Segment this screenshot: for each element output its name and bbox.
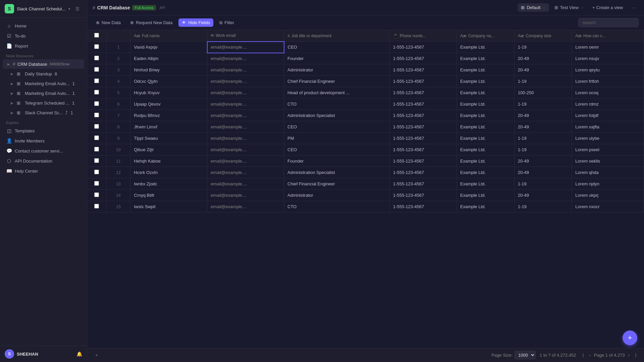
tab-test-view[interactable]: ⊞ Test View ··· — [551, 3, 587, 12]
last-page-button[interactable]: ⟩ — [633, 352, 639, 359]
row-checkbox[interactable] — [94, 181, 99, 186]
telegram-badge: 1 — [72, 101, 74, 106]
header-job-title[interactable]: ≡ Job title or department — [284, 30, 390, 42]
row-job-title: CTO — [284, 99, 390, 110]
row-checkbox[interactable] — [94, 113, 99, 117]
topbar-more-button[interactable]: ··· — [630, 3, 639, 12]
new-data-button[interactable]: ⊕ New Data — [93, 18, 124, 27]
table-row[interactable]: 7 Rxdpu Bfmvz email@example.... Administ… — [87, 110, 644, 121]
row-checkbox[interactable] — [94, 78, 99, 83]
sidebar-item-marketing-email-1[interactable]: ▶ ⊞ Marketing Email Auto... 1 — [3, 79, 84, 88]
row-checkbox[interactable] — [94, 44, 99, 49]
header-company-size[interactable]: Aæ Company size — [514, 30, 572, 42]
request-new-data-button[interactable]: ⊕ Request New Data — [127, 18, 176, 27]
text-icon: Aæ — [518, 34, 524, 38]
table-row[interactable]: 8 Jfrwm Limxf email@example.... CEO 1-55… — [87, 121, 644, 133]
row-checkbox[interactable] — [94, 67, 99, 72]
row-company-size: 1-19 — [514, 144, 572, 156]
row-checkbox[interactable] — [94, 56, 99, 60]
sidebar-item-slack-channel[interactable]: ▶ ⊞ Slack Channel Sc... ⤴ 1 — [3, 108, 84, 117]
row-how-can: Lorem ulybe — [572, 133, 644, 144]
fab-button[interactable]: + — [623, 330, 637, 345]
table-row[interactable]: 1 Vaxid Axpqv email@example.... CEO 1-55… — [87, 42, 644, 53]
table-row[interactable]: 13 Iwnbx Zjodc email@example.... Chief F… — [87, 178, 644, 190]
row-email: email@example.... — [207, 64, 284, 76]
tab-default-more[interactable]: ··· — [542, 6, 545, 10]
sidebar-item-contact-support[interactable]: 💬 Contact customer servi... — [3, 146, 84, 156]
row-company-size: 20-49 — [514, 156, 572, 167]
sidebar-item-marketing-email-2[interactable]: ▶ ⊞ Marketing Email Auto... 1 — [3, 89, 84, 98]
select-all-checkbox[interactable] — [94, 33, 99, 38]
chevron-down-icon[interactable]: ▾ — [68, 7, 70, 11]
row-checkbox[interactable] — [94, 90, 99, 95]
row-checkbox[interactable] — [94, 101, 99, 106]
row-job-title: Administrator — [284, 64, 390, 76]
row-phone: 1-555-123-4567 — [389, 167, 457, 178]
page-size-select[interactable]: 1000 500 250 — [515, 351, 536, 359]
table-row[interactable]: 2 Eaden Albjm email@example.... Founder … — [87, 53, 644, 64]
table-row[interactable]: 10 Qibue Zijlr email@example.... CEO 1-5… — [87, 144, 644, 156]
request-new-data-label: Request New Data — [136, 20, 172, 25]
table-row[interactable]: 6 Upaap Qevov email@example.... CTO 1-55… — [87, 99, 644, 110]
api-icon: ⬡ — [6, 158, 12, 164]
daily-standup-label: Daily Standup — [25, 71, 52, 76]
sidebar-item-todo[interactable]: ☑ To-do — [3, 31, 84, 41]
row-checkbox[interactable] — [94, 147, 99, 152]
table-row[interactable]: 12 Hcsrk OzxIn email@example.... Adminis… — [87, 167, 644, 178]
table-row[interactable]: 15 Iwsls Swpit email@example.... CTO 1-5… — [87, 201, 644, 213]
add-row-button[interactable]: + — [93, 351, 101, 359]
header-how-can[interactable]: Aæ How can c... — [572, 30, 644, 42]
row-full-name: Rxdpu Bfmvz — [130, 110, 207, 121]
tab-test-more[interactable]: ··· — [581, 6, 584, 10]
hide-fields-button[interactable]: 👁 Hide Fields — [178, 18, 213, 27]
new-data-label: New Data — [102, 20, 121, 25]
row-checkbox[interactable] — [94, 192, 99, 197]
table-row[interactable]: 4 Odcxc Qjytn email@example.... Chief Fi… — [87, 76, 644, 87]
sidebar-item-crm-database[interactable]: ▶ # CRM Database 3460829row — [3, 59, 84, 69]
row-checkbox[interactable] — [94, 204, 99, 208]
row-full-name: Odcxc Qjytn — [130, 76, 207, 87]
prev-page-button[interactable]: ‹ — [587, 352, 593, 359]
sidebar-item-telegram[interactable]: ▶ ⊞ Telegram Scheduled ... 1 — [3, 99, 84, 108]
sidebar-item-templates[interactable]: ◫ Templates — [3, 126, 84, 135]
sidebar-item-help-center[interactable]: 📖 Help Center — [3, 166, 84, 176]
table-row[interactable]: 9 Tlppl Swaeu email@example.... PM 1-555… — [87, 133, 644, 144]
header-company-name[interactable]: Aæ Company na... — [457, 30, 515, 42]
sidebar-item-invite-members[interactable]: 👤 Invite Members — [3, 136, 84, 145]
api-label: API — [159, 6, 165, 10]
header-full-name[interactable]: Aæ Full name — [130, 30, 207, 42]
row-company-size: 20-49 — [514, 64, 572, 76]
sidebar-item-home-label: Home — [15, 23, 26, 28]
tab-default[interactable]: ⊞ Default ··· — [518, 3, 549, 12]
header-phone[interactable]: 📱 Phone numb... — [389, 30, 457, 42]
table-row[interactable]: 11 Hehqh Kaboe email@example.... Founder… — [87, 156, 644, 167]
table-row[interactable]: 5 Hcyub Xnyuv email@example.... Head of … — [87, 87, 644, 99]
next-page-button[interactable]: › — [626, 352, 632, 359]
first-page-button[interactable]: ⟨ — [580, 352, 586, 359]
sidebar-item-daily-standup[interactable]: ▶ ⊞ Daily Standup 8 — [3, 69, 84, 78]
filter-button[interactable]: ⧉ Filter — [216, 18, 237, 27]
row-checkbox[interactable] — [94, 170, 99, 174]
header-work-email[interactable]: ✉ Work email — [207, 30, 284, 42]
access-badge: Full Access — [132, 5, 156, 10]
table-row[interactable]: 14 Crnyq Btifr email@example.... Adminis… — [87, 190, 644, 201]
row-checkbox[interactable] — [94, 124, 99, 129]
table-row[interactable]: 3 Nmhxd Briwy email@example.... Administ… — [87, 64, 644, 76]
create-view-button[interactable]: + Create a view — [589, 3, 626, 12]
row-company-name: Example Ltd. — [457, 167, 515, 178]
sidebar-item-report[interactable]: 📄 Report — [3, 41, 84, 51]
row-checkbox[interactable] — [94, 135, 99, 140]
row-company-name: Example Ltd. — [457, 99, 515, 110]
table-footer: + Page Size: 1000 500 250 1 to ? of 4,27… — [87, 348, 644, 362]
row-checkbox[interactable] — [94, 158, 99, 163]
bell-icon[interactable]: 🔔 — [76, 351, 82, 357]
search-input[interactable] — [578, 18, 639, 27]
collapse-sidebar-button[interactable]: ☰ — [73, 4, 82, 13]
row-email: email@example.... — [207, 156, 284, 167]
sidebar-item-api-docs[interactable]: ⬡ API Documentation — [3, 156, 84, 166]
row-checkbox-cell — [87, 190, 106, 201]
row-how-can: Lorem qeytu — [572, 64, 644, 76]
sidebar-item-home[interactable]: ⌂ Home — [3, 21, 84, 31]
row-full-name: Upaap Qevov — [130, 99, 207, 110]
sidebar-nav: ⌂ Home ☑ To-do 📄 Report Node Resources ▶… — [0, 18, 87, 346]
